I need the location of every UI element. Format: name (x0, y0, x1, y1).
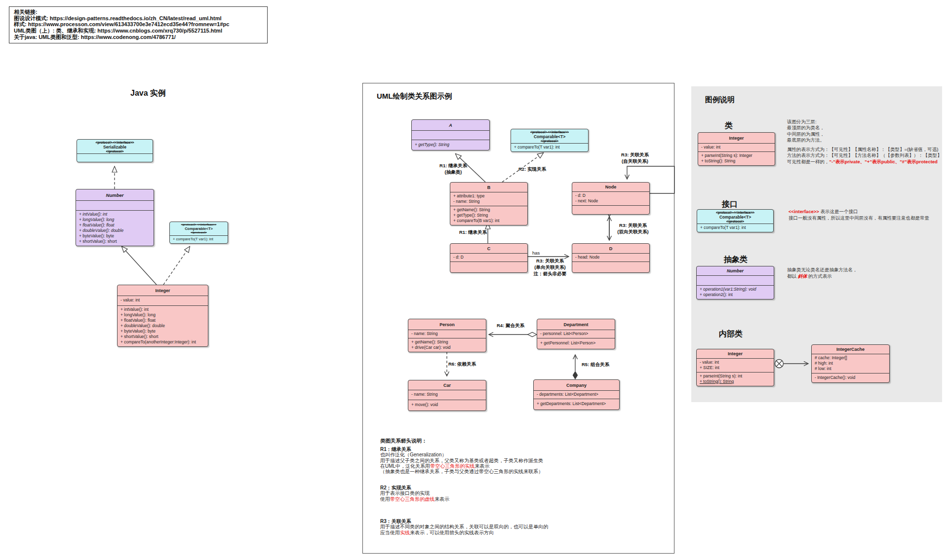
class-department-name: Department (537, 319, 615, 330)
class-d-attrs: - head: Node (572, 253, 649, 261)
class-person-name: Person (408, 319, 486, 330)
method-line: + doubleValue(): double (76, 228, 154, 233)
class-integer-java-methods: + intValue(): int + longValue(): long + … (118, 305, 208, 346)
legend-integercache: IntegerCache # cache: Integer[] # high: … (811, 344, 890, 383)
attr-line: - name: String (450, 199, 527, 204)
desc-text: 表示这是一个接口 (819, 209, 858, 214)
legend-integercache-methods: - IntegerCache(): void (812, 373, 889, 382)
method-line: + compareTo(B var1): int (450, 218, 527, 224)
method-line: + shortValue(): short (76, 239, 154, 244)
label-line: R3: 关联关系 (615, 223, 651, 229)
label-line: (抽象类) (429, 169, 478, 176)
label-r6: R6: 依赖关系 (448, 361, 476, 368)
method-line: + floatValue(): float (76, 223, 154, 228)
method-line: + compareTo(T var1): int (170, 237, 228, 242)
legend-title: 图例说明 (705, 95, 735, 105)
label-r4: R4: 聚合关系 (497, 323, 524, 329)
class-comparable-mid-header: <protocol> <<interface>> Comparable<T> <… (511, 129, 588, 143)
method-line: + byteValue(): byte (118, 329, 208, 334)
edge-integer-comparable (163, 247, 190, 285)
label-r2: R2: 实现关系 (518, 166, 546, 173)
class-serializable: <protocol> <<interface>> Serializable </… (77, 139, 153, 162)
notes-line: （抽象类也是一种继承关系，子类与父类通过带空心三角形的实线来联系） (380, 469, 543, 474)
class-b-name: B (450, 183, 527, 192)
class-person: Person - name: String + getName(): Strin… (408, 319, 486, 352)
class-c: C - d: D (450, 243, 528, 273)
attr-line: - head: Node (572, 255, 649, 260)
notes-r1-block: R1：继承关系 也叫作泛化（Generalization） 用于描述父子类之间的… (380, 447, 543, 474)
label-line: (单向关联关系) (532, 264, 568, 271)
class-integer-java-name: Integer (118, 285, 208, 296)
class-company-attrs: - departments: List<Department> (534, 390, 619, 399)
class-serializable-body (77, 153, 153, 162)
class-comparable-mid-name: Comparable<T> (511, 134, 588, 139)
method-line: + intValue(): int (76, 212, 154, 217)
method-line: + move(): void (408, 402, 486, 408)
legend-abstract-methods: + operation1(var1:String): void + operat… (697, 285, 774, 299)
method-line: + parseInt(String s): int (697, 373, 774, 379)
legend-interface-heading: 接口 (722, 199, 738, 210)
method-line: + getName(): String (408, 339, 486, 345)
attr-line: + SIZE: int (697, 365, 774, 371)
method-line: + getPersonnel: List<Person> (537, 340, 615, 346)
protocol-close-tag: </protocol> (170, 231, 228, 235)
uml-tutorial-canvas: { "links": { "title": "相关链接:", "lines": … (0, 0, 948, 560)
class-node: Node - d: D - next: Node (572, 182, 650, 215)
java-section-title: Java 实例 (130, 88, 166, 99)
class-b-attrs: + attribute1: type - name: String (450, 192, 527, 206)
notes-line: 在UML中，泛化关系用带空心三角形的实线来表示 (380, 463, 543, 469)
method-line: + getType(): String (450, 213, 527, 218)
class-company: Company - departments: List<Department> … (533, 379, 620, 410)
class-person-attrs: - name: String (408, 330, 486, 338)
note-text: 使用 (380, 496, 390, 502)
link-line: UML类图（上）: 类、继承和实现: https://www.cnblogs.c… (14, 28, 263, 34)
notes-line: 应当使用实线来表示，可以使用箭头的实线表示方向 (380, 530, 548, 535)
attr-line: - personnel: List<Person> (537, 331, 615, 336)
attr-line: - name: String (408, 331, 486, 336)
desc-line: 方法的表示方式为：【可见性】【方法名称】（【参数列表】）：【类型】 (787, 152, 942, 158)
class-car-methods: + move(): void (408, 400, 486, 411)
note-red-text: 实线 (400, 530, 410, 535)
class-department-attrs: - personnel: List<Person> (537, 330, 615, 338)
class-comparable-left: <protocol> <<interface>> Comparable<T> <… (169, 222, 228, 244)
notes-heading: 类图关系箭头说明： (380, 438, 427, 444)
class-car: Car - name: String + move(): void (408, 380, 486, 411)
method-line: + toString(): String (697, 379, 774, 384)
class-comparable-left-header: <protocol> <<interface>> Comparable<T> <… (170, 222, 228, 235)
method-line: + longValue(): long (118, 312, 208, 318)
class-c-methods (450, 261, 527, 272)
label-line: R3: 关联关系 (617, 152, 653, 158)
desc-line: 抽象类无论类名还是抽象方法名， (787, 266, 858, 273)
note-red-text: 带空心三角形的虚线 (390, 496, 434, 502)
class-b: B + attribute1: type - name: String + ge… (450, 182, 528, 225)
label-line: R3: 关联关系 (532, 258, 568, 264)
uml-example-title: UML绘制类关系图示例 (377, 92, 452, 101)
method-line: + getName(): String (450, 207, 527, 213)
notes-line: 使用带空心三角形的虚线来表示 (380, 496, 449, 502)
class-node-attrs: - d: D - next: Node (572, 191, 649, 205)
protocol-open-tag: <protocol> <<interface>> (77, 141, 153, 145)
protocol-close-tag: </protocol> (77, 149, 153, 153)
desc-red-text: <<interface>> (789, 209, 819, 214)
legend-integercache-name: IntegerCache (812, 345, 889, 354)
class-number: Number + intValue(): int + longValue(): … (76, 189, 154, 246)
notes-line: 用于描述父子类之间的关系，父类又称为基类或者超类，子类又称作派生类 (380, 458, 543, 463)
label-r5: R5: 组合关系 (582, 362, 609, 368)
label-line: R1: 继承关系 (429, 163, 478, 169)
note-text: 在UML中，泛化关系用 (380, 463, 430, 469)
attr-line: - departments: List<Department> (534, 392, 619, 397)
legend-abstract-heading: 抽象类 (724, 255, 748, 265)
note-text: 来表示 (434, 496, 449, 502)
desc-line: 可见性都是一样的，"-"表示private、"+"表示public、"#"表示p… (787, 159, 942, 165)
note-red-text: 带空心三角形的实线 (430, 463, 474, 469)
edge-integer-number (122, 247, 157, 285)
class-company-name: Company (534, 380, 619, 390)
class-node-name: Node (572, 183, 649, 191)
class-comparable-left-name: Comparable<T> (170, 227, 228, 231)
desc-red-text: "-"表示private、"+"表示public、"#"表示protected (830, 159, 938, 164)
label-line: (双向关联关系) (615, 229, 651, 235)
desc-line: 接口一般没有属性，所以这里中间层没有，有属性要注意也都是常量 (789, 215, 929, 221)
method-line: + intValue(): int (118, 307, 208, 312)
notes-r3-title: R3：关联关系 (380, 519, 548, 524)
legend-inner-integer: Integer - value: int + SIZE: int + parse… (696, 349, 774, 386)
